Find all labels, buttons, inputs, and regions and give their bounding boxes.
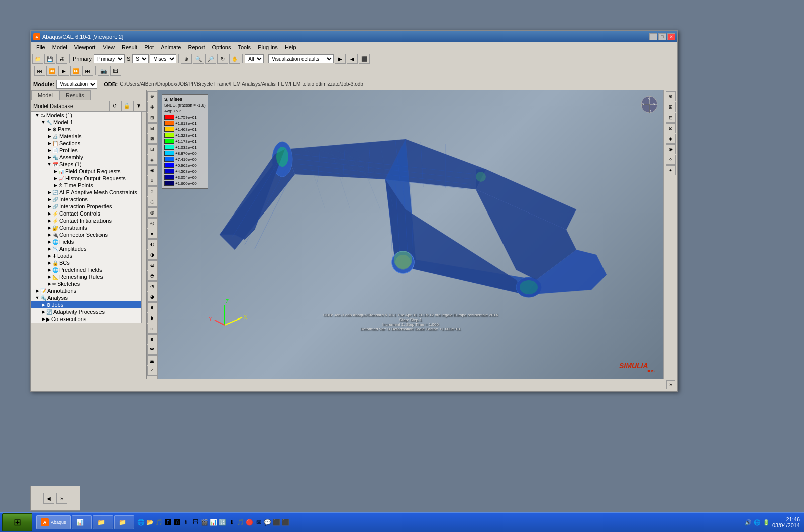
tree-item-sketches[interactable]: ▶ ✏ Sketches (31, 280, 141, 287)
tree-item-co-exec[interactable]: ▶ ▶ Co-executions (31, 315, 141, 323)
toggle-interactions[interactable]: ▶ (46, 197, 52, 202)
toggle-analysis[interactable]: ▼ (34, 295, 40, 300)
nav-last[interactable]: ⏭ (82, 66, 93, 76)
toggle-ale[interactable]: ▶ (46, 190, 52, 195)
save-btn[interactable]: 💾 (44, 54, 55, 64)
nav-prev[interactable]: ⏪ (46, 66, 57, 76)
toggle-interaction-props[interactable]: ▶ (46, 204, 52, 209)
tree-item-interactions[interactable]: ▶ 🔗 Interactions (31, 196, 141, 203)
tool-btn-13[interactable]: ◎ (147, 218, 157, 228)
toggle-constraints[interactable]: ▶ (46, 225, 52, 230)
tree-item-loads[interactable]: ▶ ⬇ Loads (31, 252, 141, 259)
tree-refresh-btn[interactable]: ↺ (109, 101, 120, 111)
results-tab[interactable]: Results (59, 90, 91, 100)
tool-btn-20[interactable]: ◕ (147, 292, 157, 302)
ql-matlab-icon[interactable]: 🔢 (219, 518, 227, 526)
tree-item-connector-sections[interactable]: ▶ 🔌 Connector Sections (31, 231, 141, 238)
tree-item-interaction-props[interactable]: ▶ 🔗 Interaction Properties (31, 203, 141, 210)
toggle-field-output[interactable]: ▶ (52, 169, 58, 174)
model-tab[interactable]: Model (31, 90, 59, 100)
tool-btn-18[interactable]: ◓ (147, 271, 157, 281)
r-btn-7[interactable]: ◊ (666, 155, 676, 165)
pan-btn[interactable]: ✋ (229, 54, 240, 64)
menu-plot[interactable]: Plot (141, 43, 157, 51)
viz-btn3[interactable]: ⬛ (359, 54, 370, 64)
menu-file[interactable]: File (33, 43, 48, 51)
rotate-btn[interactable]: ↻ (217, 54, 228, 64)
toggle-connector-sections[interactable]: ▶ (46, 232, 52, 237)
toggle-history-output[interactable]: ▶ (52, 176, 58, 181)
tree-item-fields[interactable]: ▶ 🌐 Fields (31, 238, 141, 245)
nav-first[interactable]: ⏮ (34, 66, 45, 76)
tool-btn-6[interactable]: ⊡ (147, 144, 157, 154)
maximize-button[interactable]: □ (658, 33, 666, 40)
tool-btn-15[interactable]: ◐ (147, 239, 157, 249)
ql-indesign-icon[interactable]: ℹ (182, 518, 190, 526)
zoom-in-btn[interactable]: 🔍 (193, 54, 204, 64)
menu-tools[interactable]: Tools (235, 43, 254, 51)
r-btn-4[interactable]: ⊠ (666, 123, 676, 133)
camera-btn[interactable]: 📷 (98, 66, 109, 76)
ql-torrent-icon[interactable]: ⬇ (228, 518, 236, 526)
ql-skype-icon[interactable]: 💬 (264, 518, 272, 526)
toggle-loads[interactable]: ▶ (46, 253, 52, 258)
menu-report[interactable]: Report (185, 43, 208, 51)
r-btn-1[interactable]: ⊕ (666, 91, 676, 101)
tree-item-field-output[interactable]: ▶ 📊 Field Output Requests (31, 168, 141, 175)
tool-btn-23[interactable]: ◘ (147, 324, 157, 334)
toggle-time-points[interactable]: ▶ (52, 183, 58, 188)
tool-btn-8[interactable]: ◉ (147, 165, 157, 175)
ql-mail-icon[interactable]: ✉ (255, 518, 263, 526)
menu-view[interactable]: View (99, 43, 118, 51)
toggle-contact-controls[interactable]: ▶ (46, 211, 52, 216)
tree-item-analysis[interactable]: ▼ 🔩 Analysis (31, 294, 141, 301)
toggle-contact-init[interactable]: ▶ (46, 218, 52, 223)
toggle-bcs[interactable]: ▶ (46, 260, 52, 265)
bottom-btn-1[interactable]: ◀ (43, 493, 54, 504)
anim-btn[interactable]: 🎞 (110, 66, 121, 76)
tool-btn-2[interactable]: ✚ (147, 102, 157, 112)
ql-premiere-icon[interactable]: 🎬 (200, 518, 209, 526)
toggle-materials[interactable]: ▶ (46, 134, 52, 139)
toggle-predefined[interactable]: ▶ (46, 267, 52, 272)
menu-result[interactable]: Result (119, 43, 140, 51)
viz-btn1[interactable]: ▶ (335, 54, 346, 64)
tree-item-constraints[interactable]: ▶ 🔐 Constraints (31, 224, 141, 231)
tree-item-amplitudes[interactable]: ▶ 📉 Amplitudes (31, 245, 141, 252)
tool-btn-26[interactable]: ◛ (147, 355, 157, 365)
tree-item-steps[interactable]: ▼ 📅 Steps (1) (31, 161, 141, 168)
toggle-parts[interactable]: ▶ (46, 127, 52, 132)
s-select[interactable]: S (132, 54, 149, 63)
ql-ae-icon[interactable]: 🎞 (191, 518, 199, 526)
menu-animate[interactable]: Animate (158, 43, 184, 51)
fit-btn[interactable]: ⊕ (181, 54, 192, 64)
mises-select[interactable]: Mises (150, 54, 176, 63)
tree-options-btn[interactable]: ▼ (133, 101, 144, 111)
tool-btn-27[interactable]: ◜ (147, 366, 157, 376)
tool-btn-24[interactable]: ◙ (147, 334, 157, 344)
tree-item-materials[interactable]: ▶ 🔬 Materials (31, 133, 141, 140)
toggle-adaptivity[interactable]: ▶ (40, 309, 46, 314)
toggle-sketches[interactable]: ▶ (46, 281, 52, 286)
menu-viewport[interactable]: Viewport (71, 43, 99, 51)
tray-icon-sound[interactable]: 🔊 (744, 518, 752, 526)
tool-btn-7[interactable]: ◈ (147, 155, 157, 165)
taskbar-item-abaqus[interactable]: A Abaqus (36, 515, 71, 529)
tree-item-jobs[interactable]: ▶ ⚙ Jobs (31, 301, 141, 308)
toggle-annotations[interactable]: ▶ (34, 288, 40, 293)
toggle-amplitudes[interactable]: ▶ (46, 246, 52, 251)
menu-options[interactable]: Options (209, 43, 234, 51)
tool-btn-12[interactable]: ◍ (147, 207, 157, 218)
tool-btn-1[interactable]: ⊕ (147, 91, 157, 101)
toggle-sections[interactable]: ▶ (46, 141, 52, 146)
tool-btn-9[interactable]: ◊ (147, 176, 157, 186)
r-btn-2[interactable]: ⊞ (666, 102, 676, 112)
tool-btn-17[interactable]: ◒ (147, 260, 157, 270)
tree-item-ale[interactable]: ▶ 🔄 ALE Adaptive Mesh Constraints (31, 189, 141, 196)
menu-help[interactable]: Help (282, 43, 299, 51)
tool-btn-3[interactable]: ⊞ (147, 113, 157, 123)
toggle-assembly[interactable]: ▶ (46, 155, 52, 160)
viz-btn2[interactable]: ◀ (347, 54, 358, 64)
toggle-models[interactable]: ▼ (34, 113, 40, 118)
start-button[interactable]: ⊞ (2, 513, 32, 531)
